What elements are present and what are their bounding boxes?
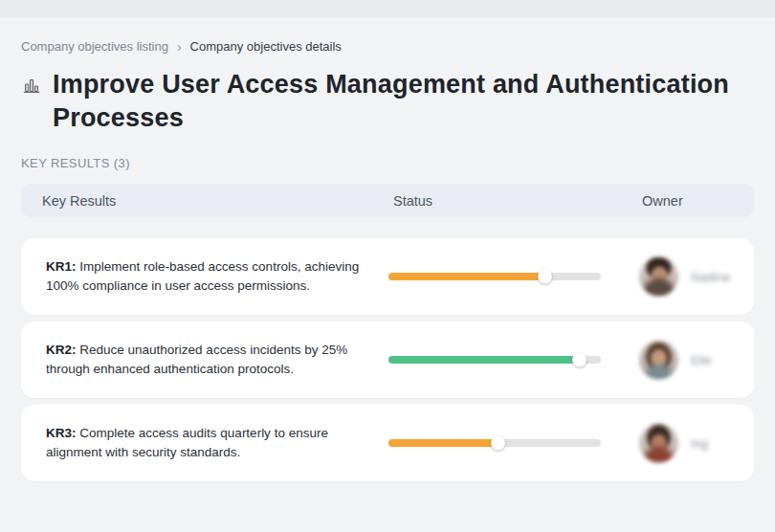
key-results-list: KR1: Implement role-based access control… — [21, 238, 754, 481]
bar-chart-icon — [21, 75, 42, 100]
table-header: Key Results Status Owner — [21, 184, 754, 217]
kr-label: KR2: — [46, 343, 77, 357]
key-result-description: KR1: Implement role-based access control… — [46, 257, 379, 296]
key-result-row-kr1[interactable]: KR1: Implement role-based access control… — [21, 238, 754, 315]
owner-name: Elle — [691, 353, 712, 367]
owner-avatar — [639, 341, 678, 380]
progress-knob[interactable] — [538, 270, 552, 284]
key-results-count-label: KEY RESULTS (3) — [21, 156, 754, 170]
owner-name: Nadine — [691, 270, 730, 284]
breadcrumb-item-details: Company objectives details — [190, 39, 342, 54]
page-title: Improve User Access Management and Authe… — [53, 68, 742, 135]
kr-description-text: Complete access audits quarterly to ensu… — [46, 426, 328, 459]
owner-avatar — [639, 424, 678, 463]
progress-fill — [388, 439, 498, 447]
progress-knob[interactable] — [491, 436, 505, 451]
breadcrumb: Company objectives listing › Company obj… — [21, 39, 754, 54]
page-content: Company objectives listing › Company obj… — [0, 39, 775, 481]
breadcrumb-item-listing[interactable]: Company objectives listing — [21, 39, 168, 54]
progress-slider[interactable] — [388, 356, 601, 364]
kr-label: KR1: — [46, 259, 77, 274]
progress-fill — [388, 273, 545, 280]
kr-description-text: Reduce unauthorized access incidents by … — [46, 343, 347, 376]
column-header-owner: Owner — [642, 193, 683, 209]
owner-avatar — [639, 257, 678, 297]
progress-fill — [388, 356, 580, 364]
progress-knob[interactable] — [572, 353, 587, 367]
key-result-row-kr2[interactable]: KR2: Reduce unauthorized access incident… — [21, 321, 754, 398]
top-strip — [0, 0, 775, 17]
column-header-status: Status — [393, 193, 432, 209]
column-header-key-results: Key Results — [42, 193, 116, 209]
key-result-description: KR2: Reduce unauthorized access incident… — [46, 341, 379, 379]
progress-slider[interactable] — [388, 273, 601, 280]
kr-label: KR3: — [46, 426, 77, 440]
objective-title-row: Improve User Access Management and Authe… — [21, 68, 754, 135]
owner-name: Ing — [691, 436, 708, 451]
kr-description-text: Implement role-based access controls, ac… — [46, 259, 359, 293]
owner-cell: Ing — [639, 424, 708, 463]
chevron-right-icon: › — [177, 40, 182, 54]
key-result-description: KR3: Complete access audits quarterly to… — [46, 424, 379, 462]
owner-cell: Nadine — [639, 257, 730, 297]
owner-cell: Elle — [639, 341, 712, 380]
key-result-row-kr3[interactable]: KR3: Complete access audits quarterly to… — [21, 405, 754, 481]
progress-slider[interactable] — [388, 439, 601, 447]
